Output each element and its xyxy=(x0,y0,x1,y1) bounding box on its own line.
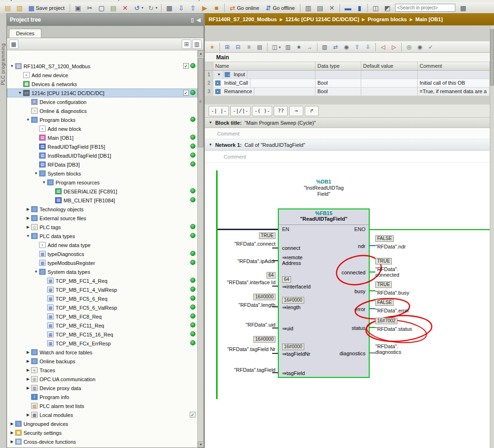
stop-runtime-icon[interactable]: ✕ xyxy=(326,3,337,13)
tree-item[interactable]: ▼▤RF1140R_S7_1200_Modbus✓ xyxy=(7,62,197,71)
block-title-bar[interactable]: ▼ Block title: "Main Program Sweep (Cycl… xyxy=(205,118,494,128)
expander-icon[interactable]: ▶ xyxy=(9,440,15,444)
show-crossrefs-icon[interactable]: ◫ xyxy=(370,3,381,13)
output-pin-label[interactable]: ndr xyxy=(358,243,365,249)
param-comment[interactable]: Initial call of this OB xyxy=(418,79,490,87)
input-pin-label[interactable]: ⇒interfaceId xyxy=(282,284,311,289)
lad-close-branch-icon[interactable]: ↱ xyxy=(305,106,319,116)
operand[interactable]: "RFData".connect xyxy=(209,241,275,247)
tree-item[interactable]: ▤ReadUIDTagField [FB15] xyxy=(7,142,197,151)
tree-item[interactable]: ▤MB_CLIENT [FB1084] xyxy=(7,196,197,205)
param-comment[interactable]: =True, if remanent data are a xyxy=(418,88,490,96)
input-pin-label[interactable]: ⇒tagField xyxy=(282,370,305,376)
new-project-icon[interactable]: ▤ xyxy=(2,3,13,13)
tree-item[interactable]: +Add new device xyxy=(7,71,197,80)
cut-icon[interactable]: ✂ xyxy=(84,3,95,13)
project-library-icon[interactable]: ▩ xyxy=(458,3,469,13)
copy-icon[interactable]: ▢ xyxy=(96,3,107,13)
operand[interactable]: "RFData".ndr xyxy=(375,244,419,249)
expander-icon[interactable]: ▼ xyxy=(33,171,39,176)
tree-item[interactable]: ▼▨Program blocks xyxy=(7,115,197,124)
tree-scrollbar-thumb[interactable] xyxy=(198,58,203,147)
menu-insert[interactable]: Insert xyxy=(67,0,81,1)
print-icon[interactable]: ▣ xyxy=(73,3,83,13)
network-canvas[interactable]: %DB1 "InstReadUIDTag Field" %FB15 "ReadU… xyxy=(205,163,490,448)
collapse-icon[interactable]: ▼ xyxy=(209,120,212,125)
tree-item[interactable]: ▶▧Cross-device functions xyxy=(7,437,197,446)
tree-item[interactable]: +Add new data type xyxy=(7,240,197,249)
param-comment[interactable] xyxy=(418,71,490,79)
network-title[interactable]: Call of "ReadUIDTagField" xyxy=(244,142,305,148)
compile-icon[interactable]: ▩ xyxy=(164,3,175,13)
block-title-value[interactable]: "Main Program Sweep (Cycle)" xyxy=(244,120,316,126)
operand[interactable]: "RFData".busy xyxy=(375,290,419,296)
tree-item[interactable]: ▦TCP_MB_FC11_Req xyxy=(7,321,197,330)
tree-item[interactable]: ▤DESERIALIZE [FC891] xyxy=(7,187,197,196)
scroll-up-icon[interactable]: ▲ xyxy=(198,50,204,56)
scroll-down-icon[interactable]: ▼ xyxy=(198,441,204,448)
expander-icon[interactable]: ▶ xyxy=(25,216,31,220)
interface-row[interactable]: 1▼→Input xyxy=(205,71,490,79)
expander-icon[interactable]: ▶ xyxy=(25,350,31,354)
plc-programming-tab[interactable]: PLC programming xyxy=(0,41,7,87)
split-editor-horizontal-icon[interactable]: ▬ xyxy=(342,3,353,13)
expander-icon[interactable]: ▼ xyxy=(25,234,31,238)
breadcrumb-item[interactable]: RF1140R_S7_1200_Modbus xyxy=(209,16,277,22)
accessible-devices-icon[interactable]: ▥ xyxy=(303,3,314,13)
search-in-project-input[interactable] xyxy=(395,4,455,12)
tab-devices[interactable]: Devices xyxy=(9,29,41,38)
insert-network-icon[interactable]: ⊞ xyxy=(222,42,232,52)
param-datatype[interactable]: Bool xyxy=(316,88,361,96)
param-default-value[interactable] xyxy=(361,71,418,79)
operand[interactable]: "RFData".interface Id xyxy=(209,280,275,285)
snapshot-icon[interactable]: ◉ xyxy=(341,42,351,52)
start-simulation-icon[interactable]: ▤ xyxy=(315,3,325,13)
expander-icon[interactable]: ▶ xyxy=(25,225,31,229)
operand[interactable]: "RFData".tagField Nr xyxy=(209,346,275,352)
expander-icon[interactable]: ▶ xyxy=(25,368,31,372)
input-pin-label[interactable]: ⇒remote Address xyxy=(282,255,311,266)
tree-item[interactable]: ≡Device configuration xyxy=(7,97,197,106)
monitoring-pause-icon[interactable]: ◉ xyxy=(415,42,425,52)
menu-view[interactable]: View xyxy=(47,0,58,1)
breadcrumb-item[interactable]: Program blocks xyxy=(368,16,407,22)
lad-nc-contact-icon[interactable]: -|/|- xyxy=(230,106,251,116)
expander-icon[interactable]: ▶ xyxy=(25,207,31,211)
operand[interactable]: "RFData". diagnostics xyxy=(375,344,419,355)
operand[interactable]: "RFData".ipAddr xyxy=(209,258,275,264)
interface-row[interactable]: 3▪RemanenceBool=True, if remanent data a… xyxy=(205,88,490,96)
fb-call-block[interactable]: %FB15 "ReadUIDTagField" EN ENO connect⇒r… xyxy=(278,208,370,378)
float-panel-icon[interactable]: ▯ xyxy=(191,17,194,23)
open-project-icon[interactable]: ▧ xyxy=(14,3,25,13)
menu-help[interactable]: Help xyxy=(191,0,202,1)
lad-coil-icon[interactable]: -( )- xyxy=(252,106,272,116)
db-name[interactable]: "InstReadUIDTag Field" xyxy=(298,185,350,197)
upload-from-device-icon[interactable]: ⇧ xyxy=(187,3,198,13)
operand[interactable]: "RFData".length xyxy=(209,302,275,308)
db-reference[interactable]: %DB1 xyxy=(278,179,370,185)
tree-item[interactable]: ▦typeModbusRegister xyxy=(7,258,197,267)
tree-item[interactable]: ▼▦PLC data types xyxy=(7,232,197,240)
free-form-comments-icon[interactable]: ▧ xyxy=(320,42,330,52)
download-to-device-icon[interactable]: ⇩ xyxy=(176,3,186,13)
operand[interactable]: "RFData".tagField xyxy=(209,367,275,373)
network-1-bar[interactable]: ▼ Network 1: Call of "ReadUIDTagField" xyxy=(205,139,494,151)
menu-window[interactable]: Window xyxy=(163,0,181,1)
param-default-value[interactable] xyxy=(361,79,418,87)
tree-item[interactable]: ▥RFData [DB3] xyxy=(7,160,197,169)
tree-item[interactable]: ▶▨Watch and force tables xyxy=(7,348,197,357)
tree-item[interactable]: ▼▨System blocks xyxy=(7,169,197,178)
input-pin-label[interactable]: ⇒length xyxy=(282,304,300,310)
collapse-icon[interactable]: ▼ xyxy=(209,143,212,147)
operand[interactable]: "RFData". connected xyxy=(375,266,419,278)
go-offline-button[interactable]: ⇵Go offline xyxy=(263,3,298,13)
menu-options[interactable]: Options xyxy=(114,0,132,1)
instance-db-header[interactable]: %DB1 "InstReadUIDTag Field" xyxy=(278,179,370,197)
expander-icon[interactable]: ▼ xyxy=(33,270,39,274)
input-pin-label[interactable]: ⇒uid xyxy=(282,326,293,331)
load-snapshot-icon[interactable]: ⇧ xyxy=(352,42,362,52)
expander-icon[interactable]: ▼ xyxy=(17,91,23,95)
lad-empty-box-icon[interactable]: ?? xyxy=(274,106,288,116)
output-pin-label[interactable]: busy xyxy=(355,288,365,294)
show-program-info-icon[interactable]: ◩ xyxy=(382,3,393,13)
